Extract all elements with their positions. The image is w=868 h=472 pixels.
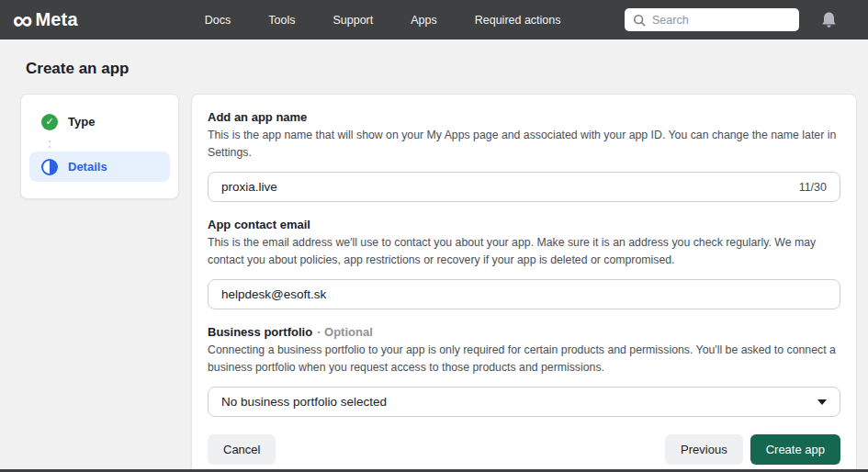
step-complete-check-icon: ✓ — [41, 114, 58, 130]
app-name-char-counter: 11/30 — [799, 181, 827, 194]
search-box[interactable] — [625, 8, 799, 31]
nav-item-tools[interactable]: Tools — [268, 14, 295, 27]
contact-email-section: App contact email This is the email addr… — [208, 218, 840, 309]
nav-item-docs[interactable]: Docs — [205, 14, 231, 27]
app-name-input[interactable] — [221, 180, 790, 194]
step-details-label: Details — [68, 160, 107, 174]
business-portfolio-label-row: Business portfolio · Optional — [208, 325, 840, 339]
app-name-section: Add an app name This is the app name tha… — [208, 110, 840, 202]
nav-item-apps[interactable]: Apps — [411, 14, 437, 27]
step-details[interactable]: Details — [29, 152, 170, 182]
brand-name: Meta — [35, 9, 77, 30]
top-navbar: ∞ Meta Docs Tools Support Apps Required … — [0, 0, 868, 39]
nav-item-required-actions[interactable]: Required actions — [475, 14, 561, 27]
step-current-half-circle-icon — [41, 159, 58, 175]
nav-links: Docs Tools Support Apps Required actions — [205, 14, 561, 27]
contact-email-input[interactable] — [221, 287, 827, 301]
previous-button[interactable]: Previous — [665, 434, 743, 465]
cancel-button[interactable]: Cancel — [208, 434, 276, 465]
app-name-label: Add an app name — [208, 110, 840, 124]
notifications-button[interactable] — [820, 11, 838, 29]
create-app-button[interactable]: Create app — [750, 434, 840, 465]
meta-infinity-icon: ∞ — [13, 8, 32, 32]
business-portfolio-selected-value: No business portfolio selected — [221, 395, 387, 409]
create-app-form-card: Add an app name This is the app name tha… — [191, 94, 857, 472]
search-input[interactable] — [652, 14, 791, 27]
form-actions: Cancel Previous Create app — [208, 434, 840, 465]
bell-icon — [820, 11, 838, 29]
business-portfolio-section: Business portfolio · Optional Connecting… — [208, 325, 840, 417]
content-area: ✓ Type Details Add an app name This is t… — [0, 94, 868, 472]
business-portfolio-description: Connecting a business portfolio to your … — [208, 342, 840, 376]
business-portfolio-label: Business portfolio — [208, 325, 312, 339]
app-name-description: This is the app name that will show on y… — [208, 127, 840, 162]
chevron-down-icon — [817, 399, 827, 405]
stepper-card: ✓ Type Details — [20, 94, 179, 199]
search-icon — [633, 14, 646, 27]
business-portfolio-optional-label: · Optional — [317, 325, 373, 339]
step-type[interactable]: ✓ Type — [29, 107, 170, 137]
meta-logo[interactable]: ∞ Meta — [13, 8, 78, 32]
step-type-label: Type — [68, 115, 95, 129]
contact-email-label: App contact email — [208, 218, 840, 231]
contact-email-description: This is the email address we'll use to c… — [208, 234, 840, 269]
page-title: Create an app — [26, 60, 868, 78]
contact-email-input-shell — [208, 279, 840, 309]
nav-item-support[interactable]: Support — [333, 14, 373, 27]
app-name-input-shell: 11/30 — [208, 172, 840, 202]
business-portfolio-dropdown[interactable]: No business portfolio selected — [208, 387, 840, 417]
step-connector-dots — [29, 137, 170, 152]
